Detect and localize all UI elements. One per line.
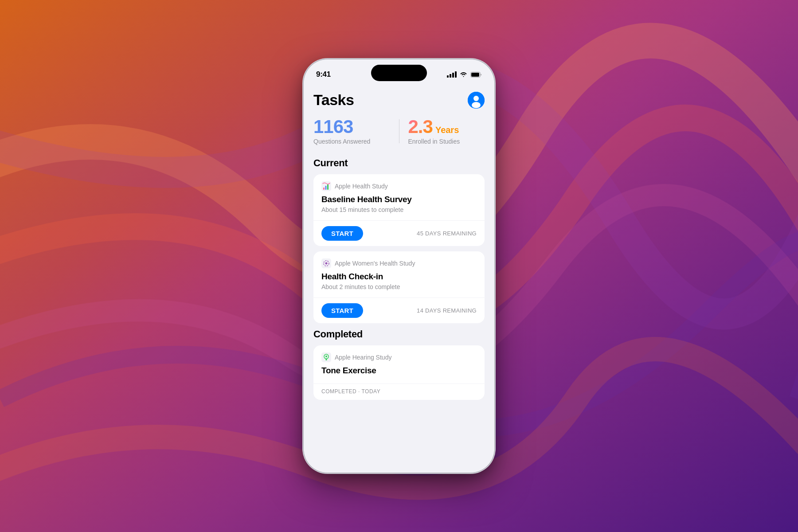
- wifi-icon: [460, 72, 467, 77]
- enrolled-label: Enrolled in Studies: [408, 138, 485, 145]
- current-section: Current: [313, 157, 485, 323]
- completed-card-0: Apple Hearing Study Tone Exercise COMPLE…: [313, 345, 485, 400]
- signal-bar-4: [455, 71, 457, 78]
- years-word: Years: [435, 125, 459, 135]
- task-0-action-row: START 45 DAYS REMAINING: [313, 221, 485, 246]
- task-0-study-name: Apple Health Study: [335, 183, 388, 190]
- phone-wrapper: 9:41: [304, 59, 494, 473]
- svg-point-4: [473, 96, 479, 101]
- signal-bar-1: [447, 75, 449, 78]
- task-1-title: Health Check-in: [321, 272, 477, 282]
- task-1-start-button[interactable]: START: [321, 303, 363, 318]
- task-1-days-remaining: 14 DAYS REMAINING: [417, 307, 477, 314]
- task-card-0-inner: Apple Health Study Baseline Health Surve…: [313, 174, 485, 220]
- task-1-study-row: Apple Women's Health Study: [321, 258, 477, 268]
- status-time: 9:41: [316, 70, 331, 79]
- completed-0-title: Tone Exercise: [321, 366, 477, 376]
- task-card-1: Apple Women's Health Study Health Check-…: [313, 251, 485, 323]
- signal-bar-3: [452, 73, 454, 78]
- questions-label: Questions Answered: [313, 138, 390, 145]
- task-0-subtitle: About 15 minutes to complete: [321, 206, 477, 213]
- questions-count: 1163: [313, 117, 390, 136]
- questions-stat: 1163 Questions Answered: [313, 117, 390, 145]
- completed-section: Completed: [313, 329, 485, 400]
- task-1-subtitle: About 2 minutes to complete: [321, 283, 477, 290]
- page-title: Tasks: [313, 91, 354, 109]
- task-1-action-row: START 14 DAYS REMAINING: [313, 298, 485, 323]
- womens-health-icon: [321, 258, 331, 268]
- status-icons: [447, 71, 482, 78]
- battery-icon: [470, 72, 482, 78]
- completed-0-label: COMPLETED · TODAY: [313, 383, 485, 400]
- svg-rect-9: [327, 184, 329, 190]
- stats-row: 1163 Questions Answered 2.3 Years Enroll…: [313, 117, 485, 145]
- svg-point-5: [472, 102, 481, 108]
- hearing-study-icon: [321, 352, 331, 362]
- completed-0-study-row: Apple Hearing Study: [321, 352, 477, 362]
- current-section-title: Current: [313, 157, 485, 169]
- years-number-wrap: 2.3 Years: [408, 117, 485, 136]
- phone-frame: 9:41: [304, 59, 494, 473]
- years-stat: 2.3 Years Enrolled in Studies: [408, 117, 485, 145]
- completed-section-title: Completed: [313, 329, 485, 340]
- task-1-study-icon: [321, 258, 331, 268]
- task-0-study-icon: [321, 181, 331, 191]
- completed-card-0-inner: Apple Hearing Study Tone Exercise: [313, 345, 485, 383]
- signal-bar-2: [450, 74, 451, 78]
- task-0-title: Baseline Health Survey: [321, 195, 477, 204]
- completed-0-study-icon: [321, 352, 331, 362]
- svg-rect-8: [325, 186, 327, 190]
- stats-divider: [399, 119, 399, 143]
- profile-icon: [468, 92, 485, 109]
- signal-icon: [447, 71, 457, 78]
- profile-button[interactable]: [468, 92, 485, 109]
- svg-point-14: [325, 356, 327, 357]
- health-study-icon: [321, 181, 331, 191]
- completed-0-study-name: Apple Hearing Study: [335, 354, 391, 361]
- svg-point-12: [325, 262, 328, 265]
- task-0-study-row: Apple Health Study: [321, 181, 477, 191]
- task-card-1-inner: Apple Women's Health Study Health Check-…: [313, 251, 485, 297]
- svg-rect-2: [471, 73, 479, 77]
- years-number: 2.3: [408, 117, 433, 136]
- scroll-content[interactable]: Tasks 1163 Questions Answered: [304, 83, 494, 473]
- task-0-days-remaining: 45 DAYS REMAINING: [417, 230, 477, 237]
- task-1-study-name: Apple Women's Health Study: [335, 260, 415, 267]
- task-card-0: Apple Health Study Baseline Health Surve…: [313, 174, 485, 246]
- dynamic-island: [371, 65, 427, 81]
- header: Tasks: [313, 83, 485, 117]
- svg-rect-7: [323, 188, 325, 190]
- task-0-start-button[interactable]: START: [321, 226, 363, 241]
- phone-screen: 9:41: [304, 59, 494, 473]
